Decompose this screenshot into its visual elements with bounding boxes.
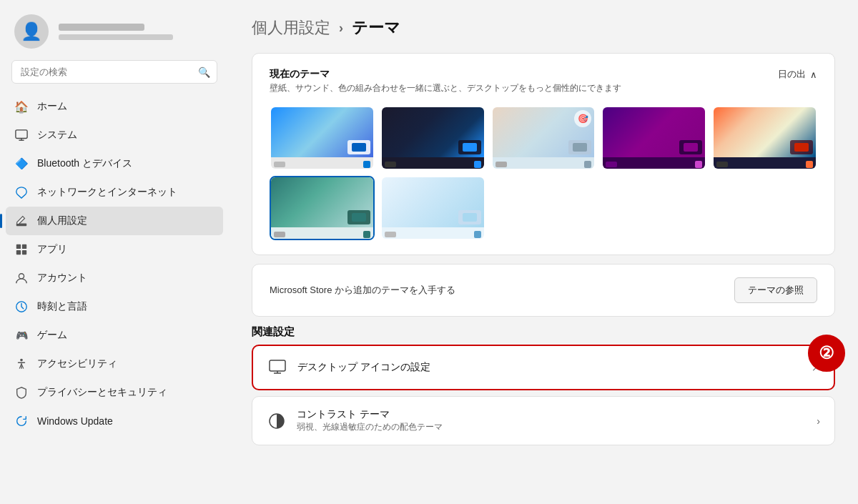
network-icon (14, 185, 29, 199)
svg-rect-11 (270, 360, 285, 371)
theme-preview-5 (714, 107, 816, 157)
sidebar-item-gaming[interactable]: 🎮 ゲーム (6, 321, 223, 350)
related-item-title: デスクトップ アイコンの設定 (297, 361, 802, 374)
theme-item-5[interactable] (712, 106, 817, 170)
theme-item-1[interactable] (270, 106, 375, 170)
accessibility-icon (14, 357, 29, 371)
sidebar-item-label: ゲーム (37, 329, 67, 342)
sidebar: 👤 🔍 🏠 ホーム システム (0, 0, 229, 504)
sidebar-item-privacy[interactable]: プライバシーとセキュリティ (6, 378, 223, 407)
sidebar-item-system[interactable]: システム (6, 121, 223, 149)
theme-preview-1 (271, 107, 373, 157)
theme-item-6[interactable] (270, 176, 375, 240)
svg-rect-5 (22, 244, 26, 249)
system-icon (14, 128, 29, 142)
svg-rect-0 (16, 130, 27, 139)
themes-card: 現在のテーマ 壁紙、サウンド、色の組み合わせを一緒に選ぶと、デスクトップをもっと… (252, 53, 835, 255)
related-item-contrast[interactable]: コントラスト テーマ 弱視、光線過敏症のための配色テーマ › (252, 396, 835, 445)
theme-preview-3: 🎯 (493, 107, 595, 157)
theme-item-2[interactable] (380, 106, 485, 170)
chevron-up-icon: ∧ (810, 69, 817, 80)
theme-preview-7 (382, 177, 484, 227)
sidebar-item-label: ネットワークとインターネット (37, 186, 177, 199)
avatar: 👤 (14, 14, 49, 49)
sidebar-item-label: ホーム (37, 100, 67, 113)
sidebar-item-label: システム (37, 129, 77, 142)
theme-bar-3 (493, 157, 595, 170)
sidebar-item-label: Bluetooth とデバイス (37, 157, 132, 170)
section-title: 現在のテーマ (270, 68, 621, 81)
sidebar-item-personal[interactable]: 個人用設定 (6, 207, 223, 235)
section-header: 現在のテーマ 壁紙、サウンド、色の組み合わせを一緒に選ぶと、デスクトップをもっと… (270, 68, 817, 94)
svg-rect-4 (16, 244, 21, 249)
theme-bar-5 (714, 157, 816, 170)
sidebar-item-accessibility[interactable]: アクセシビリティ (6, 350, 223, 378)
breadcrumb-separator: › (339, 21, 343, 36)
desktop-icon (267, 357, 287, 377)
home-icon: 🏠 (14, 99, 29, 114)
svg-rect-6 (16, 250, 21, 255)
related-settings: 関連設定 デスクトップ アイコンの設定 ↗ ② (252, 325, 835, 445)
section-toggle[interactable]: 日の出 ∧ (778, 68, 817, 81)
nav-list: 🏠 ホーム システム 🔷 Bluetooth とデバイス ネットワークとイン (0, 92, 229, 504)
breadcrumb-parent: 個人用設定 (252, 17, 330, 39)
theme-grid-row1: 🎯 (270, 106, 817, 170)
sidebar-item-home[interactable]: 🏠 ホーム (6, 92, 223, 121)
sidebar-item-time[interactable]: 時刻と言語 (6, 292, 223, 321)
contrast-icon (267, 411, 287, 431)
account-icon (14, 271, 29, 285)
breadcrumb: 個人用設定 › テーマ (252, 17, 835, 39)
theme-bar-7 (382, 227, 484, 240)
theme-item-4[interactable] (601, 106, 706, 170)
related-item-content-contrast: コントラスト テーマ 弱視、光線過敏症のための配色テーマ (297, 408, 807, 433)
contrast-title: コントラスト テーマ (297, 408, 807, 421)
theme-bar-6 (271, 227, 373, 240)
sidebar-item-label: Windows Update (37, 415, 113, 427)
related-settings-title: 関連設定 (252, 325, 835, 339)
theme-item-7[interactable] (380, 176, 485, 240)
gaming-icon: 🎮 (14, 328, 29, 342)
search-input[interactable] (11, 60, 217, 84)
theme-preview-6 (271, 177, 373, 227)
user-email (59, 34, 173, 40)
breadcrumb-current: テーマ (352, 17, 400, 39)
theme-preview-4 (603, 107, 705, 157)
svg-point-10 (20, 359, 23, 362)
theme-bar-2 (382, 157, 484, 170)
browse-themes-button[interactable]: テーマの参照 (734, 277, 817, 303)
sidebar-item-account[interactable]: アカウント (6, 264, 223, 292)
store-text: Microsoft Store から追加のテーマを入手する (270, 284, 455, 297)
contrast-subtitle: 弱視、光線過敏症のための配色テーマ (297, 421, 807, 433)
sidebar-item-bluetooth[interactable]: 🔷 Bluetooth とデバイス (6, 149, 223, 178)
sidebar-item-label: アカウント (37, 272, 87, 285)
sidebar-item-label: 個人用設定 (37, 214, 87, 227)
update-icon (14, 414, 29, 428)
search-icon: 🔍 (198, 66, 210, 78)
svg-point-8 (19, 274, 24, 279)
sidebar-item-update[interactable]: Windows Update (6, 407, 223, 435)
sidebar-item-label: アプリ (37, 243, 67, 256)
page-header: 個人用設定 › テーマ (252, 17, 835, 39)
user-icon: 👤 (21, 21, 42, 41)
theme-grid-row2 (270, 176, 817, 240)
personal-icon (14, 214, 29, 228)
apps-icon (14, 242, 29, 257)
theme-preview-2 (382, 107, 484, 157)
theme-bar-1 (271, 157, 373, 170)
toggle-label: 日の出 (778, 68, 806, 81)
theme-item-3[interactable]: 🎯 (491, 106, 596, 170)
user-profile: 👤 (0, 0, 229, 60)
search-box[interactable]: 🔍 (11, 60, 217, 84)
time-icon (14, 300, 29, 314)
section-subtitle: 壁紙、サウンド、色の組み合わせを一緒に選ぶと、デスクトップをもっと個性的にできま… (270, 82, 621, 94)
svg-rect-7 (22, 250, 26, 255)
user-info (59, 24, 173, 40)
related-item-desktop-icons[interactable]: デスクトップ アイコンの設定 ↗ ② (252, 345, 835, 390)
sidebar-item-label: アクセシビリティ (37, 357, 117, 370)
user-name (59, 24, 144, 31)
sidebar-item-apps[interactable]: アプリ (6, 235, 223, 264)
sidebar-item-label: プライバシーとセキュリティ (37, 386, 167, 399)
theme-bar-4 (603, 157, 705, 170)
sidebar-item-network[interactable]: ネットワークとインターネット (6, 178, 223, 207)
sidebar-item-label: 時刻と言語 (37, 300, 87, 313)
